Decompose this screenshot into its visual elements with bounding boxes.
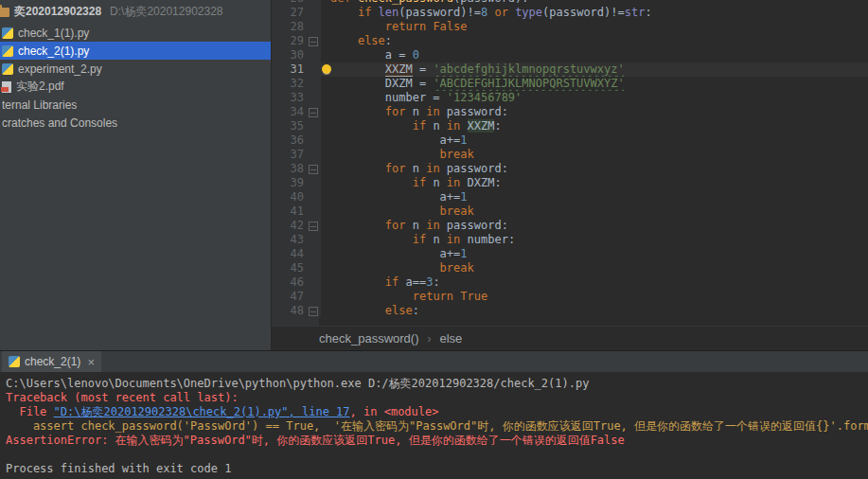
run-tool-window: check_2(1) × C:\Users\lenovo\Documents\O… (0, 350, 868, 479)
line-number[interactable]: 35 (272, 119, 306, 133)
line-number[interactable]: 34 (272, 105, 306, 119)
code-line: 28 return False (272, 20, 868, 34)
project-tree-item[interactable]: 实验2.pdf (0, 78, 271, 96)
console-tab-label: check_2(1) (25, 355, 80, 368)
fold-icon[interactable] (309, 165, 318, 174)
line-number[interactable]: 40 (272, 190, 306, 204)
line-number[interactable]: 38 (272, 162, 306, 176)
project-panel: 奕202012902328 D:\杨奕202012902328 check_1(… (0, 0, 272, 350)
fold-icon[interactable] (309, 307, 318, 316)
line-number[interactable]: 32 (272, 77, 306, 91)
code-line: 45 break (272, 261, 868, 275)
code-text: for n in password: (321, 219, 868, 233)
gutter-fold-column (306, 48, 321, 62)
traceback-link[interactable]: "D:\杨奕202012902328\check_2(1).py", line … (54, 405, 350, 418)
project-root-path: D:\杨奕202012902328 (110, 4, 222, 20)
code-line: 29 else: (272, 34, 868, 48)
line-number[interactable]: 47 (272, 290, 306, 304)
file-name: 实验2.pdf (16, 79, 64, 95)
code-text: a+=1 (321, 133, 868, 148)
project-tree-item[interactable]: check_2(1).py (0, 42, 271, 60)
code-line: 39 if n in DXZM: (272, 176, 868, 190)
code-text: if len(password)!=8 or type(password)!=s… (321, 6, 868, 20)
code-line: 43 if n in number: (272, 233, 868, 247)
code-line: 42 for n in password: (272, 219, 868, 233)
gutter-fold-column (306, 91, 321, 105)
code-text: a+=1 (321, 190, 868, 204)
line-number[interactable]: 33 (272, 91, 306, 105)
line-number[interactable]: 31 (272, 62, 306, 77)
code-line: 40 a+=1 (272, 190, 868, 204)
console-output[interactable]: C:\Users\lenovo\Documents\OneDrive\pytho… (0, 372, 868, 479)
line-number[interactable]: 39 (272, 176, 306, 190)
line-number[interactable]: 28 (272, 20, 306, 34)
breadcrumb-item[interactable]: check_password() (319, 331, 419, 346)
console-line: Process finished with exit code 1 (6, 462, 868, 476)
code-text: if n in number: (321, 233, 868, 247)
console-line: AssertionError: 在输入密码为"PasswOrd"时, 你的函数应… (6, 434, 868, 448)
close-icon[interactable]: × (87, 356, 95, 368)
line-number[interactable]: 41 (272, 204, 306, 219)
gutter-fold-column (306, 290, 321, 304)
code-text: number = '123456789' (321, 91, 868, 105)
project-file-list: check_1(1).pycheck_2(1).pyexperiment_2.p… (0, 24, 271, 132)
project-tree-item[interactable]: ternal Libraries (0, 96, 271, 114)
code-line: 34 for n in password: (272, 105, 868, 119)
code-text: for n in password: (321, 162, 868, 176)
fold-icon[interactable] (309, 108, 318, 117)
code-line: 36 a+=1 (272, 133, 868, 148)
project-tree-item[interactable]: check_1(1).py (0, 24, 271, 42)
line-number[interactable]: 44 (272, 247, 306, 261)
gutter-fold-column (306, 77, 321, 91)
code-text: break (321, 204, 868, 219)
console-tab-bar: check_2(1) × (0, 351, 868, 372)
breadcrumb-item[interactable]: else (440, 331, 463, 346)
console-line: assert check_password('PasswOrd') == Tru… (6, 419, 868, 434)
code-text: if a==3: (321, 275, 868, 290)
intention-bulb-icon[interactable] (322, 64, 331, 74)
gutter-fold-column (306, 204, 321, 219)
line-number[interactable]: 42 (272, 219, 306, 233)
gutter-fold-column (306, 62, 321, 77)
line-number[interactable]: 29 (272, 34, 306, 48)
gutter-fold-column (306, 6, 321, 20)
python-file-icon (2, 27, 13, 39)
console-line: C:\Users\lenovo\Documents\OneDrive\pytho… (6, 377, 868, 391)
code-line: 32 DXZM = 'ABCDEFGHIJKLMNOPQRSTUVWXYZ' (272, 77, 868, 91)
project-tree-item[interactable]: cratches and Consoles (0, 114, 271, 132)
code-line: 35 if n in XXZM: (272, 119, 868, 133)
python-file-icon (2, 63, 13, 75)
breadcrumb: check_password()›else (272, 326, 868, 350)
line-number[interactable]: 27 (272, 6, 306, 20)
editor-column: 26def check_password(password):27 if len… (272, 0, 868, 350)
fold-icon[interactable] (309, 37, 318, 46)
line-number[interactable]: 45 (272, 261, 306, 275)
file-name: cratches and Consoles (2, 116, 117, 130)
line-number[interactable]: 43 (272, 233, 306, 247)
gutter-fold-column (306, 162, 321, 176)
project-tree-item[interactable]: experiment_2.py (0, 60, 271, 78)
console-tab[interactable]: check_2(1) × (2, 351, 101, 372)
fold-icon[interactable] (309, 222, 318, 231)
gutter-fold-column (306, 34, 321, 48)
code-line: 44 a+=1 (272, 247, 868, 261)
code-line: 46 if a==3: (272, 275, 868, 290)
line-number[interactable]: 30 (272, 48, 306, 62)
code-text: for n in password: (321, 105, 868, 119)
code-text: break (321, 148, 868, 162)
project-root-item[interactable]: 奕202012902328 D:\杨奕202012902328 (0, 0, 271, 24)
gutter-fold-column (306, 105, 321, 119)
python-file-icon (9, 356, 20, 367)
console-line: File "D:\杨奕202012902328\check_2(1).py", … (6, 405, 868, 419)
code-lines: 26def check_password(password):27 if len… (272, 0, 868, 318)
line-number[interactable]: 46 (272, 275, 306, 290)
gutter-fold-column (306, 233, 321, 247)
code-text: DXZM = 'ABCDEFGHIJKLMNOPQRSTUVWXYZ' (321, 77, 868, 91)
line-number[interactable]: 36 (272, 133, 306, 148)
gutter-fold-column (306, 148, 321, 162)
project-root-name: 奕202012902328 (14, 4, 101, 20)
gutter-fold-column (306, 219, 321, 233)
code-editor[interactable]: 26def check_password(password):27 if len… (272, 0, 868, 326)
line-number[interactable]: 37 (272, 148, 306, 162)
line-number[interactable]: 48 (272, 304, 306, 318)
